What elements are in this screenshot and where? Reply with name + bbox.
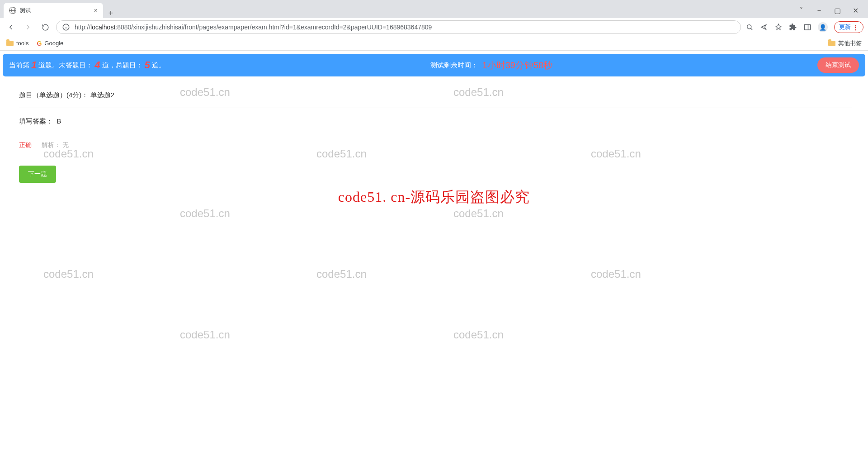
- bookmarks-bar: tools G Google 其他书签: [0, 36, 868, 51]
- next-question-button[interactable]: 下一题: [19, 166, 56, 183]
- page-body: 当前第 1 道题。 未答题目： 4 道， 总题目： 5 道。 测试剩余时间： 1…: [0, 51, 868, 207]
- share-icon[interactable]: [760, 23, 768, 31]
- bookmark-other[interactable]: 其他书签: [828, 39, 862, 48]
- update-button[interactable]: 更新⋮: [834, 21, 863, 33]
- svg-point-3: [747, 25, 751, 29]
- maximize-icon[interactable]: ▢: [828, 3, 846, 18]
- toolbar-right: 👤 更新⋮: [745, 21, 863, 33]
- result-label: 正确: [19, 141, 32, 148]
- globe-icon: [9, 7, 16, 14]
- end-exam-button[interactable]: 结束测试: [817, 57, 859, 73]
- chevron-down-icon[interactable]: ˅: [792, 3, 810, 18]
- tab-strip: 测试 × + ˅ － ▢ ✕: [0, 0, 868, 18]
- back-button[interactable]: [5, 21, 17, 33]
- svg-line-4: [751, 29, 752, 30]
- current-question-number: 1: [29, 59, 38, 71]
- forward-button[interactable]: [22, 21, 34, 33]
- url-text: http://localhost:8080/xinxijishuzhishisa…: [75, 24, 432, 31]
- close-window-icon[interactable]: ✕: [846, 3, 864, 18]
- timer: 测试剩余时间： 1小时39分钟58秒: [430, 59, 553, 71]
- question-title: 题目（单选题）(4分)： 单选题2: [19, 81, 852, 108]
- google-icon: G: [37, 40, 42, 47]
- toolbar: http://localhost:8080/xinxijishuzhishisa…: [0, 18, 868, 36]
- close-tab-icon[interactable]: ×: [94, 7, 98, 14]
- exam-status-bar: 当前第 1 道题。 未答题目： 4 道， 总题目： 5 道。 测试剩余时间： 1…: [3, 54, 865, 76]
- new-tab-button[interactable]: +: [103, 9, 118, 18]
- unanswered-count: 4: [93, 59, 102, 71]
- reload-button[interactable]: [39, 21, 52, 33]
- progress-text: 当前第 1 道题。 未答题目： 4 道， 总题目： 5 道。: [9, 59, 165, 71]
- window-controls: ˅ － ▢ ✕: [792, 3, 864, 18]
- svg-rect-5: [804, 24, 811, 30]
- minimize-icon[interactable]: －: [810, 3, 828, 18]
- folder-icon: [6, 41, 14, 46]
- extensions-icon[interactable]: [789, 23, 797, 31]
- side-panel-icon[interactable]: [803, 23, 811, 31]
- bookmark-google[interactable]: G Google: [37, 40, 63, 47]
- total-count: 5: [143, 59, 152, 71]
- analysis-value: 无: [62, 141, 69, 148]
- info-icon: [62, 23, 70, 31]
- result-row: 正确 解析： 无: [19, 130, 852, 154]
- big-watermark: code51. cn-源码乐园盗图必究: [3, 187, 865, 207]
- bookmark-tools[interactable]: tools: [6, 40, 28, 47]
- address-bar[interactable]: http://localhost:8080/xinxijishuzhishisa…: [56, 20, 741, 34]
- profile-avatar[interactable]: 👤: [818, 22, 828, 32]
- answer-row: 填写答案： B: [19, 108, 852, 130]
- answer-value: B: [57, 117, 61, 125]
- browser-chrome: 测试 × + ˅ － ▢ ✕ http://localhost:8080/xin…: [0, 0, 868, 51]
- star-icon[interactable]: [774, 23, 783, 31]
- browser-tab[interactable]: 测试 ×: [4, 3, 103, 18]
- tab-title: 测试: [20, 7, 31, 14]
- search-icon[interactable]: [745, 23, 754, 31]
- timer-value: 1小时39分钟58秒: [482, 59, 553, 71]
- folder-icon: [828, 41, 835, 46]
